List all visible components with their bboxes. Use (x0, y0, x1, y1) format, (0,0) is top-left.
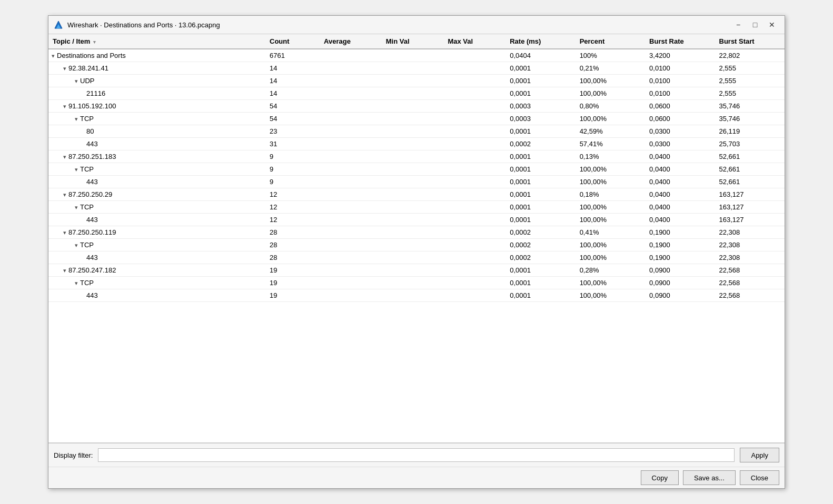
chevron-icon[interactable]: ▾ (75, 116, 78, 123)
copy-button[interactable]: Copy (641, 470, 679, 485)
cell-avg (320, 239, 382, 251)
cell-bstart: 2,555 (715, 87, 785, 100)
col-header-bstart[interactable]: Burst Start (715, 34, 785, 49)
chevron-icon[interactable]: ▾ (63, 229, 66, 236)
close-button[interactable]: ✕ (765, 19, 779, 31)
col-header-rate[interactable]: Rate (ms) (505, 34, 575, 49)
table-row[interactable]: ▾92.38.241.41140,00010,21%0,01002,555 (48, 62, 785, 75)
title-bar-controls: − □ ✕ (731, 19, 779, 31)
cell-rate: 0,0001 (505, 87, 575, 100)
chevron-icon[interactable]: ▾ (75, 78, 78, 85)
cell-maxval (443, 113, 505, 125)
table-row[interactable]: ▾87.250.251.18390,00010,13%0,040052,661 (48, 150, 785, 163)
cell-bstart: 52,661 (715, 163, 785, 176)
cell-burst: 0,1900 (645, 239, 715, 251)
cell-minval (382, 163, 444, 176)
chevron-icon[interactable]: ▾ (75, 204, 78, 211)
cell-rate: 0,0001 (505, 201, 575, 214)
chevron-icon[interactable]: ▾ (63, 65, 66, 72)
topic-label: 443 (86, 291, 98, 299)
cell-topic: ▾TCP (48, 239, 265, 251)
apply-button[interactable]: Apply (740, 448, 779, 462)
table-row[interactable]: ▾TCP540,0003100,00%0,060035,746 (48, 113, 785, 125)
cell-bstart: 22,308 (715, 239, 785, 251)
table-row[interactable]: 443280,0002100,00%0,190022,308 (48, 251, 785, 264)
cell-bstart: 35,746 (715, 100, 785, 113)
chevron-icon[interactable]: ▾ (75, 280, 78, 287)
col-header-pct[interactable]: Percent (576, 34, 645, 49)
cell-rate: 0,0002 (505, 226, 575, 239)
topic-label: 87.250.250.29 (68, 190, 112, 198)
table-row[interactable]: 80230,000142,59%0,030026,119 (48, 125, 785, 138)
chevron-icon[interactable]: ▾ (63, 267, 66, 274)
cell-bstart: 22,568 (715, 289, 785, 302)
chevron-icon[interactable]: ▾ (52, 53, 55, 59)
chevron-icon[interactable]: ▾ (75, 242, 78, 249)
table-row[interactable]: 443120,0001100,00%0,0400163,127 (48, 214, 785, 226)
cell-topic: ▾87.250.250.119 (48, 226, 265, 239)
table-row[interactable]: ▾87.250.250.29120,00010,18%0,0400163,127 (48, 188, 785, 201)
table-row[interactable]: ▾TCP280,0002100,00%0,190022,308 (48, 239, 785, 251)
cell-minval (382, 87, 444, 100)
table-row[interactable]: 443190,0001100,00%0,090022,568 (48, 289, 785, 302)
cell-pct: 0,18% (576, 188, 645, 201)
cell-rate: 0,0001 (505, 214, 575, 226)
cell-topic: ▾UDP (48, 75, 265, 87)
cell-pct: 42,59% (576, 125, 645, 138)
table-row[interactable]: ▾TCP120,0001100,00%0,0400163,127 (48, 201, 785, 214)
cell-minval (382, 49, 444, 62)
cell-maxval (443, 49, 505, 62)
table-row[interactable]: ▾UDP140,0001100,00%0,01002,555 (48, 75, 785, 87)
close-dialog-button[interactable]: Close (740, 470, 779, 485)
col-header-avg[interactable]: Average (320, 34, 382, 49)
col-header-minval[interactable]: Min Val (382, 34, 444, 49)
col-header-topic[interactable]: Topic / Item ▾ (48, 34, 265, 49)
cell-rate: 0,0001 (505, 264, 575, 277)
cell-pct: 100,00% (576, 214, 645, 226)
cell-minval (382, 188, 444, 201)
cell-avg (320, 62, 382, 75)
cell-avg (320, 188, 382, 201)
table-row[interactable]: 443310,000257,41%0,030025,703 (48, 138, 785, 150)
chevron-icon[interactable]: ▾ (63, 154, 66, 160)
cell-bstart: 22,308 (715, 251, 785, 264)
table-row[interactable]: ▾TCP190,0001100,00%0,090022,568 (48, 277, 785, 289)
window-title: Wireshark · Destinations and Ports · 13.… (67, 21, 220, 29)
cell-avg (320, 113, 382, 125)
chevron-icon[interactable]: ▾ (63, 103, 66, 110)
chevron-icon[interactable]: ▾ (63, 191, 66, 198)
table-row[interactable]: ▾91.105.192.100540,00030,80%0,060035,746 (48, 100, 785, 113)
cell-minval (382, 239, 444, 251)
table-row[interactable]: ▾87.250.250.119280,00020,41%0,190022,308 (48, 226, 785, 239)
topic-label: 87.250.247.182 (68, 266, 116, 274)
save-as-button[interactable]: Save as... (683, 470, 736, 485)
cell-rate: 0,0001 (505, 188, 575, 201)
table-row[interactable]: ▾Destinations and Ports67610,0404100%3,4… (48, 49, 785, 62)
table-row[interactable]: 44390,0001100,00%0,040052,661 (48, 176, 785, 188)
table-row[interactable]: 21116140,0001100,00%0,01002,555 (48, 87, 785, 100)
topic-label: TCP (80, 203, 94, 211)
cell-avg (320, 49, 382, 62)
col-header-maxval[interactable]: Max Val (443, 34, 505, 49)
cell-bstart: 163,127 (715, 201, 785, 214)
cell-pct: 0,21% (576, 62, 645, 75)
filter-input[interactable] (98, 448, 735, 462)
cell-burst: 0,0300 (645, 138, 715, 150)
cell-maxval (443, 289, 505, 302)
cell-avg (320, 100, 382, 113)
cell-topic: ▾TCP (48, 277, 265, 289)
topic-label: TCP (80, 241, 94, 249)
cell-rate: 0,0003 (505, 100, 575, 113)
cell-minval (382, 289, 444, 302)
minimize-button[interactable]: − (731, 19, 746, 31)
bottom-bar: Copy Save as... Close (48, 467, 785, 488)
table-row[interactable]: ▾87.250.247.182190,00010,28%0,090022,568 (48, 264, 785, 277)
cell-rate: 0,0404 (505, 49, 575, 62)
maximize-button[interactable]: □ (748, 19, 762, 31)
cell-rate: 0,0001 (505, 75, 575, 87)
table-row[interactable]: ▾TCP90,0001100,00%0,040052,661 (48, 163, 785, 176)
chevron-icon[interactable]: ▾ (75, 166, 78, 173)
col-header-burst[interactable]: Burst Rate (645, 34, 715, 49)
col-header-count[interactable]: Count (265, 34, 320, 49)
cell-topic: ▾87.250.247.182 (48, 264, 265, 277)
